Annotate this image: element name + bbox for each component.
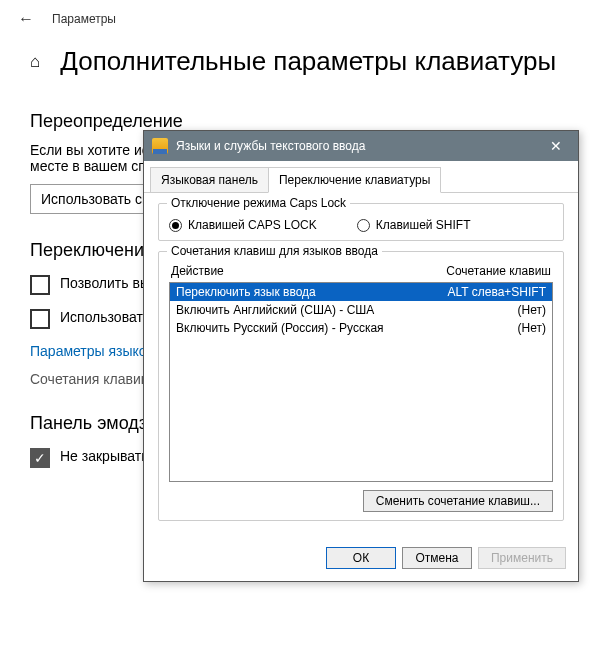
- apply-button[interactable]: Применить: [478, 547, 566, 569]
- tab-language-panel[interactable]: Языковая панель: [150, 167, 269, 192]
- apply-label: Применить: [491, 551, 553, 565]
- list-item[interactable]: Включить Русский (Россия) - Русская (Нет…: [170, 319, 552, 337]
- ok-button[interactable]: ОК: [326, 547, 396, 569]
- capslock-legend: Отключение режима Caps Lock: [167, 196, 350, 210]
- section-override-heading: Переопределение: [30, 111, 563, 132]
- hotkeys-listbox[interactable]: Переключить язык ввода ALT слева+SHIFT В…: [169, 282, 553, 482]
- radio-capslock-label: Клавишей CAPS LOCK: [188, 218, 317, 232]
- radio-shift[interactable]: Клавишей SHIFT: [357, 218, 471, 232]
- list-action: Переключить язык ввода: [176, 285, 316, 299]
- radio-dot-icon: [357, 219, 370, 232]
- radio-capslock[interactable]: Клавишей CAPS LOCK: [169, 218, 317, 232]
- text-services-dialog: Языки и службы текстового ввода ✕ Языков…: [143, 130, 579, 582]
- app-title: Параметры: [52, 12, 116, 26]
- list-item[interactable]: Переключить язык ввода ALT слева+SHIFT: [170, 283, 552, 301]
- cancel-label: Отмена: [415, 551, 458, 565]
- tab-language-panel-label: Языковая панель: [161, 173, 258, 187]
- col-hotkey-header: Сочетание клавиш: [446, 264, 551, 278]
- dialog-titlebar[interactable]: Языки и службы текстового ввода ✕: [144, 131, 578, 161]
- hotkeys-legend: Сочетания клавиш для языков ввода: [167, 244, 382, 258]
- list-hotkey: (Нет): [518, 303, 546, 317]
- cancel-button[interactable]: Отмена: [402, 547, 472, 569]
- list-item[interactable]: Включить Английский (США) - США (Нет): [170, 301, 552, 319]
- checkbox-use-desktop-bar[interactable]: [30, 309, 50, 329]
- home-icon[interactable]: ⌂: [30, 52, 40, 72]
- checkbox-emoji-keep-open[interactable]: [30, 448, 50, 468]
- close-icon[interactable]: ✕: [534, 131, 578, 161]
- tab-switch-keyboard[interactable]: Переключение клавиатуры: [268, 167, 441, 193]
- hotkeys-groupbox: Сочетания клавиш для языков ввода Действ…: [158, 251, 564, 521]
- list-hotkey: ALT слева+SHIFT: [448, 285, 547, 299]
- radio-dot-icon: [169, 219, 182, 232]
- checkbox-allow-per-app[interactable]: [30, 275, 50, 295]
- list-hotkey: (Нет): [518, 321, 546, 335]
- dialog-icon: [152, 138, 168, 154]
- list-action: Включить Английский (США) - США: [176, 303, 374, 317]
- col-action-header: Действие: [171, 264, 224, 278]
- page-title: Дополнительные параметры клавиатуры: [60, 46, 556, 77]
- ok-label: ОК: [353, 551, 369, 565]
- dialog-title: Языки и службы текстового ввода: [176, 139, 534, 153]
- capslock-groupbox: Отключение режима Caps Lock Клавишей CAP…: [158, 203, 564, 241]
- back-icon[interactable]: ←: [18, 10, 34, 28]
- radio-shift-label: Клавишей SHIFT: [376, 218, 471, 232]
- tab-switch-keyboard-label: Переключение клавиатуры: [279, 173, 430, 187]
- list-action: Включить Русский (Россия) - Русская: [176, 321, 384, 335]
- change-hotkey-button[interactable]: Сменить сочетание клавиш...: [363, 490, 553, 512]
- change-hotkey-label: Сменить сочетание клавиш...: [376, 494, 540, 508]
